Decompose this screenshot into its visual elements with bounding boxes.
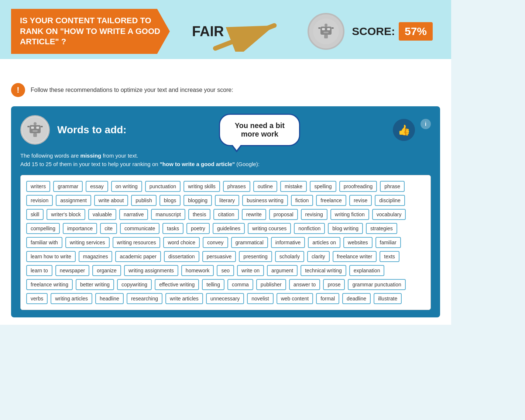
word-tag[interactable]: copywriting	[117, 279, 152, 290]
word-tag[interactable]: valuable	[88, 209, 116, 220]
word-tag[interactable]: presenting	[239, 251, 272, 262]
word-tag[interactable]: revise	[349, 195, 372, 206]
word-tag[interactable]: writing services	[65, 237, 110, 248]
word-tag[interactable]: citation	[213, 209, 239, 220]
word-tag[interactable]: researching	[127, 293, 162, 304]
word-tag[interactable]: punctuation	[145, 181, 181, 192]
word-tag[interactable]: informative	[271, 237, 305, 248]
word-tag[interactable]: proposal	[269, 209, 298, 220]
thumbs-up-icon[interactable]: 👍	[393, 119, 415, 141]
word-tag[interactable]: illustrate	[374, 293, 402, 304]
word-tag[interactable]: learn how to write	[26, 251, 76, 262]
word-tag[interactable]: better writing	[76, 279, 114, 290]
word-tag[interactable]: importance	[63, 223, 97, 234]
word-tag[interactable]: blogs	[159, 195, 181, 206]
word-tag[interactable]: explanation	[349, 265, 385, 276]
word-tag[interactable]: writing skills	[183, 181, 220, 192]
word-tag[interactable]: narrative	[119, 209, 148, 220]
word-tag[interactable]: publish	[131, 195, 156, 206]
word-tag[interactable]: newspaper	[55, 265, 90, 276]
word-tag[interactable]: skill	[26, 209, 44, 220]
word-tag[interactable]: spelling	[310, 181, 336, 192]
word-tag[interactable]: grammatical	[231, 237, 268, 248]
word-tag[interactable]: web content	[277, 293, 313, 304]
word-tag[interactable]: write on	[237, 265, 264, 276]
word-tag[interactable]: familiar	[375, 237, 401, 248]
word-tag[interactable]: unnecessary	[206, 293, 244, 304]
word-tag[interactable]: prose	[323, 279, 345, 290]
word-tag[interactable]: verbs	[26, 293, 48, 304]
word-tag[interactable]: proofreading	[339, 181, 377, 192]
word-tag[interactable]: guidelines	[213, 223, 245, 234]
word-tag[interactable]: phrase	[380, 181, 405, 192]
word-tag[interactable]: business writing	[242, 195, 288, 206]
word-tag[interactable]: outline	[253, 181, 277, 192]
word-tag[interactable]: seo	[217, 265, 234, 276]
word-tag[interactable]: tasks	[162, 223, 183, 234]
word-tag[interactable]: communicate	[120, 223, 159, 234]
word-tag[interactable]: formal	[316, 293, 339, 304]
word-tag[interactable]: blog writing	[328, 223, 363, 234]
word-tag[interactable]: grammar punctuation	[348, 279, 405, 290]
word-tag[interactable]: writing fiction	[330, 209, 369, 220]
word-tag[interactable]: fiction	[291, 195, 313, 206]
word-tag[interactable]: comma	[227, 279, 253, 290]
word-tag[interactable]: phrases	[223, 181, 250, 192]
word-tag[interactable]: convey	[203, 237, 228, 248]
word-tag[interactable]: magazines	[79, 251, 113, 262]
word-tag[interactable]: homework	[181, 265, 214, 276]
word-tag[interactable]: persuasive	[202, 251, 236, 262]
word-tag[interactable]: telling	[202, 279, 224, 290]
word-tag[interactable]: writers	[26, 181, 50, 192]
word-tag[interactable]: revision	[26, 195, 53, 206]
word-tag[interactable]: literary	[215, 195, 239, 206]
word-tag[interactable]: essay	[86, 181, 108, 192]
word-tag[interactable]: clarity	[307, 251, 330, 262]
word-tag[interactable]: on writing	[111, 181, 142, 192]
word-tag[interactable]: technical writing	[301, 265, 346, 276]
word-tag[interactable]: vocabulary	[372, 209, 406, 220]
word-tag[interactable]: thesis	[188, 209, 211, 220]
word-tag[interactable]: publisher	[256, 279, 286, 290]
word-tag[interactable]: articles on	[308, 237, 340, 248]
word-tag[interactable]: writing resources	[113, 237, 161, 248]
word-tag[interactable]: academic paper	[115, 251, 161, 262]
word-tag[interactable]: mistake	[280, 181, 307, 192]
word-tag[interactable]: writing courses	[248, 223, 291, 234]
info-icon[interactable]: i	[421, 119, 431, 129]
word-tag[interactable]: grammar	[53, 181, 83, 192]
word-tag[interactable]: assignment	[56, 195, 91, 206]
word-tag[interactable]: headline	[95, 293, 124, 304]
word-tag[interactable]: dissertation	[164, 251, 199, 262]
word-tag[interactable]: freelance writer	[333, 251, 377, 262]
word-tag[interactable]: revising	[301, 209, 327, 220]
word-tag[interactable]: word choice	[163, 237, 200, 248]
word-tag[interactable]: deadline	[342, 293, 371, 304]
word-tag[interactable]: freelance writing	[26, 279, 73, 290]
word-tag[interactable]: novelist	[247, 293, 273, 304]
word-tag[interactable]: websites	[343, 237, 372, 248]
word-tag[interactable]: strategies	[366, 223, 397, 234]
word-tag[interactable]: compelling	[26, 223, 60, 234]
word-tag[interactable]: cite	[100, 223, 117, 234]
word-tag[interactable]: rewrite	[242, 209, 266, 220]
word-tag[interactable]: familiar with	[26, 237, 62, 248]
word-tag[interactable]: writer's block	[47, 209, 85, 220]
word-tag[interactable]: blogging	[183, 195, 212, 206]
word-tag[interactable]: discipline	[375, 195, 405, 206]
word-tag[interactable]: freelance	[316, 195, 346, 206]
word-tag[interactable]: writing assignments	[124, 265, 178, 276]
word-tag[interactable]: writing articles	[51, 293, 92, 304]
word-tag[interactable]: effective writing	[155, 279, 199, 290]
word-tag[interactable]: organize	[92, 265, 121, 276]
word-tag[interactable]: write articles	[165, 293, 203, 304]
word-tag[interactable]: learn to	[26, 265, 52, 276]
word-tag[interactable]: nonfiction	[294, 223, 325, 234]
word-tag[interactable]: poetry	[186, 223, 210, 234]
word-tag[interactable]: manuscript	[151, 209, 185, 220]
word-tag[interactable]: argument	[267, 265, 298, 276]
word-tag[interactable]: write about	[94, 195, 128, 206]
word-tag[interactable]: scholarly	[275, 251, 304, 262]
word-tag[interactable]: texts	[380, 251, 399, 262]
word-tag[interactable]: answer to	[289, 279, 320, 290]
